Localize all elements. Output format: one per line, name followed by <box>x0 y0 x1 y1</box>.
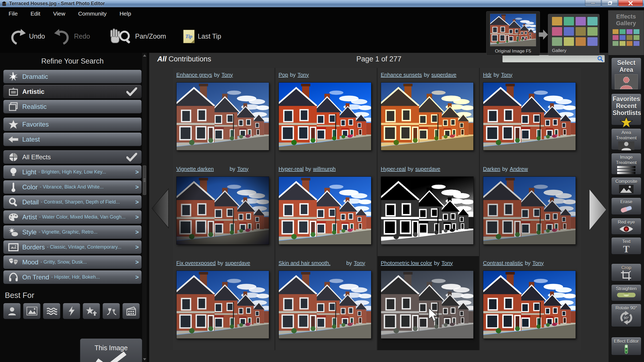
effect-thumbnail[interactable] <box>483 176 576 245</box>
gallery-swatch[interactable] <box>576 27 586 36</box>
gallery-swatch[interactable] <box>627 29 632 34</box>
search-icon[interactable] <box>597 56 603 62</box>
gallery-swatch[interactable] <box>587 27 598 36</box>
gallery-swatch[interactable] <box>564 37 574 46</box>
image-treatment-button[interactable]: Image Treatment <box>611 153 641 175</box>
previous-page-arrow[interactable] <box>151 188 169 228</box>
gallery-swatch[interactable] <box>564 17 574 25</box>
category-style[interactable]: Style - Vignette, Graphic, Retro... > <box>3 225 142 239</box>
effect-author-link[interactable]: Tony <box>532 260 544 266</box>
close-button[interactable] <box>618 0 643 6</box>
effect-author-link[interactable]: Tony <box>354 260 365 266</box>
best-for-landscape-button[interactable] <box>23 303 41 319</box>
sidebar-scrollbar[interactable] <box>142 53 147 362</box>
gallery-swatch[interactable] <box>627 41 632 46</box>
area-treatment-button[interactable]: Area Treatment <box>611 128 641 150</box>
erase-button[interactable]: Erase <box>611 198 641 215</box>
gallery-swatch[interactable] <box>587 37 598 46</box>
search-input[interactable] <box>503 55 597 62</box>
filter-realistic[interactable]: Realistic <box>3 100 142 113</box>
gallery-swatch[interactable] <box>576 17 586 25</box>
effect-thumbnail[interactable] <box>176 82 269 150</box>
menu-community[interactable]: Community <box>78 10 107 17</box>
best-for-architecture-button[interactable] <box>122 303 140 319</box>
best-for-water-button[interactable] <box>43 303 60 319</box>
effect-author-link[interactable]: Tony <box>237 166 248 172</box>
original-image-thumbnail[interactable] <box>490 14 536 46</box>
effect-thumbnail[interactable] <box>483 82 576 150</box>
menu-edit[interactable]: Edit <box>31 10 40 17</box>
scrollbar-thumb[interactable] <box>143 165 146 195</box>
scroll-down-icon[interactable] <box>143 358 146 360</box>
effect-name-link[interactable]: Enhance greys <box>176 72 212 78</box>
gallery-swatch[interactable] <box>634 29 639 34</box>
gallery-swatch[interactable] <box>576 37 586 46</box>
effect-name-link[interactable]: Pop <box>279 72 288 78</box>
effect-name-link[interactable]: Vignette darken <box>176 166 214 172</box>
effect-name-link[interactable]: Fix overexposed <box>176 260 216 266</box>
effect-thumbnail[interactable] <box>381 82 474 150</box>
menu-help[interactable]: Help <box>119 10 131 17</box>
gallery-swatch[interactable] <box>552 17 562 25</box>
pan-zoom-button[interactable]: Pan/Zoom <box>109 28 166 45</box>
effect-author-link[interactable]: willmurph <box>313 166 335 172</box>
effect-name-link[interactable]: Hyper-real <box>279 166 303 172</box>
effect-author-link[interactable]: Tony <box>298 72 309 78</box>
effect-author-link[interactable]: superdave <box>431 72 456 78</box>
gallery-swatch[interactable] <box>627 35 632 40</box>
composite-button[interactable]: Composite <box>611 177 641 195</box>
best-for-action-button[interactable] <box>63 303 80 319</box>
effect-thumbnail[interactable] <box>381 271 474 339</box>
effect-editor-button[interactable]: Effect Editor <box>611 337 641 355</box>
filter-artistic[interactable]: Artistic <box>3 85 142 98</box>
effect-thumbnail[interactable] <box>279 176 371 245</box>
category-on-trend[interactable]: On Trend - Hipster, Hdr, Bokeh... > <box>3 270 142 284</box>
effect-author-link[interactable]: superdave <box>225 260 250 266</box>
effect-thumbnail[interactable] <box>279 82 371 150</box>
gallery-swatch[interactable] <box>613 29 619 34</box>
sidebar-item-latest[interactable]: Latest <box>3 132 142 146</box>
crop-button[interactable]: Crop <box>611 264 641 281</box>
red-eye-button[interactable]: Red eye <box>611 218 641 235</box>
gallery-swatch[interactable] <box>620 35 625 40</box>
effect-author-link[interactable]: Andrew <box>510 166 528 172</box>
rotate-90-button[interactable]: Rotate 90° 90° <box>611 304 641 327</box>
text-button[interactable]: Text T <box>611 237 641 254</box>
gallery-swatch[interactable] <box>552 27 562 36</box>
best-for-flowers-button[interactable] <box>103 303 120 319</box>
effect-name-link[interactable]: Skin and hair smooth. <box>279 260 330 266</box>
sidebar-item-favorites[interactable]: Favorites <box>3 117 142 131</box>
scroll-up-icon[interactable] <box>143 54 146 57</box>
gallery-swatch[interactable] <box>613 41 619 46</box>
gallery-swatch[interactable] <box>564 27 574 36</box>
effect-name-link[interactable]: Hyper-real <box>381 166 406 172</box>
last-tip-button[interactable]: Tip Last Tip <box>183 30 221 43</box>
effect-author-link[interactable]: Tony <box>501 72 512 78</box>
redo-button[interactable]: Redo <box>54 28 90 45</box>
effects-gallery-panel[interactable]: Effects Gallery <box>608 10 644 55</box>
gallery-swatch[interactable] <box>587 17 598 25</box>
select-area-button[interactable]: Select Area <box>611 58 641 90</box>
effect-author-link[interactable]: superdave <box>415 166 440 172</box>
category-light[interactable]: Light - Brighten, High Key, Low Key... > <box>3 165 142 179</box>
gallery-swatch[interactable] <box>552 37 562 46</box>
filter-dramatic[interactable]: Dramatic <box>3 70 142 83</box>
effect-name-link[interactable]: Contrast realistic <box>483 260 523 266</box>
this-image-button[interactable]: This Image <box>80 338 142 362</box>
effect-name-link[interactable]: Enhance sunsets <box>381 72 422 78</box>
straighten-button[interactable]: Straighten <box>611 285 641 301</box>
effect-name-link[interactable]: Darken <box>483 166 500 172</box>
category-mood[interactable]: Mood - Gritty, Snow, Dusk... > <box>3 255 142 269</box>
menu-file[interactable]: File <box>9 10 18 17</box>
best-for-portrait-button[interactable] <box>3 303 21 319</box>
effect-name-link[interactable]: Photometric low color <box>381 260 432 266</box>
effect-thumbnail[interactable] <box>483 271 576 339</box>
restore-button[interactable] <box>602 0 618 6</box>
category-detail[interactable]: Detail - Contrast, Sharpen, Depth of Fie… <box>3 195 142 209</box>
category-color[interactable]: Color - Vibrance, Black And White... > <box>3 180 142 194</box>
effect-thumbnail[interactable] <box>176 271 269 339</box>
gallery-swatch[interactable] <box>634 35 639 40</box>
gallery-swatch[interactable] <box>634 41 639 46</box>
gallery-swatch[interactable] <box>620 29 625 34</box>
next-page-arrow[interactable] <box>588 188 607 231</box>
